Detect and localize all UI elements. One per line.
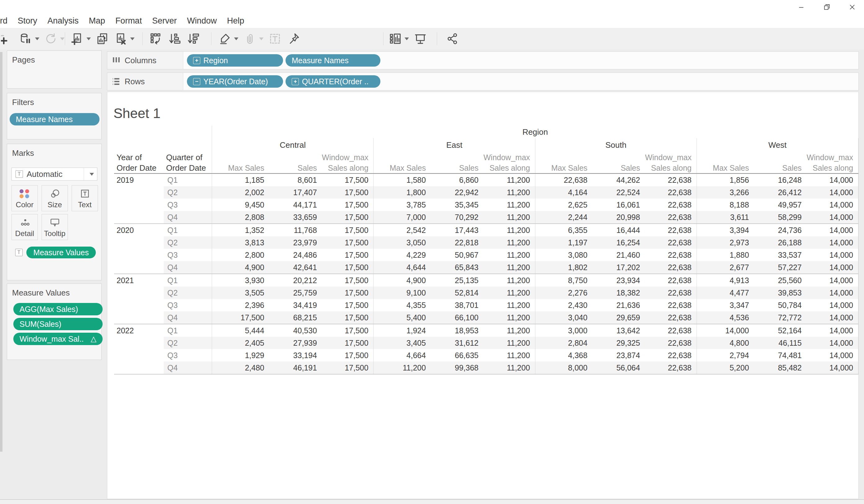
value-cell[interactable]: 26,412 <box>754 186 807 199</box>
quarter-cell[interactable]: Q4 <box>164 311 212 324</box>
duplicate-sheet-icon[interactable] <box>95 32 109 46</box>
value-cell[interactable]: 52,814 <box>431 286 484 299</box>
value-cell[interactable]: 22,524 <box>592 186 645 199</box>
value-cell[interactable]: 33,659 <box>269 211 322 224</box>
value-cell[interactable]: 5,444 <box>212 324 269 337</box>
value-cell[interactable]: 17,500 <box>322 361 374 374</box>
value-cell[interactable]: 3,080 <box>535 249 592 261</box>
measure-header[interactable]: Window_maxSales along .. <box>483 152 535 173</box>
mark-type-caret[interactable] <box>84 168 97 180</box>
value-cell[interactable]: 13,642 <box>592 324 645 337</box>
marks-button-text[interactable]: Text <box>72 185 98 211</box>
menu-item-window[interactable]: Window <box>187 16 217 26</box>
show-hide-cards-caret-icon[interactable] <box>405 37 409 40</box>
value-cell[interactable]: 22,638 <box>645 199 697 211</box>
value-cell[interactable]: 17,500 <box>322 236 374 249</box>
value-cell[interactable]: 2,244 <box>535 211 592 224</box>
marks-button-color[interactable]: Color <box>11 185 38 211</box>
value-cell[interactable]: 31,612 <box>431 337 484 349</box>
value-cell[interactable]: 22,638 <box>645 249 697 261</box>
value-cell[interactable]: 11,200 <box>483 286 535 299</box>
value-cell[interactable]: 26,188 <box>754 236 807 249</box>
value-cell[interactable]: 2,973 <box>697 236 754 249</box>
year-cell[interactable]: 2019 <box>114 173 164 186</box>
value-cell[interactable]: 22,638 <box>645 173 697 186</box>
value-cell[interactable]: 17,500 <box>322 186 374 199</box>
value-cell[interactable]: 1,580 <box>374 173 431 186</box>
value-cell[interactable]: 3,930 <box>212 274 269 286</box>
value-cell[interactable]: 14,000 <box>807 186 859 199</box>
data-pane-scrollbar[interactable] <box>0 52 2 452</box>
value-cell[interactable]: 2,430 <box>535 299 592 311</box>
value-cell[interactable]: 29,325 <box>592 337 645 349</box>
value-cell[interactable]: 4,164 <box>535 186 592 199</box>
quarter-cell[interactable]: Q2 <box>164 286 212 299</box>
value-cell[interactable]: 17,500 <box>322 299 374 311</box>
year-cell[interactable]: 2020 <box>114 224 164 236</box>
value-cell[interactable]: 14,000 <box>807 361 859 374</box>
value-cell[interactable]: 2,542 <box>374 224 431 236</box>
sheet-title[interactable]: Sheet 1 <box>113 106 160 121</box>
value-cell[interactable]: 2,625 <box>535 199 592 211</box>
value-cell[interactable]: 23,979 <box>269 236 322 249</box>
value-cell[interactable]: 2,804 <box>535 337 592 349</box>
value-cell[interactable]: 3,000 <box>535 324 592 337</box>
value-cell[interactable]: 1,185 <box>212 173 269 186</box>
region-header-south[interactable]: South <box>535 138 697 152</box>
value-cell[interactable]: 14,000 <box>807 286 859 299</box>
value-cell[interactable]: 4,664 <box>374 349 431 361</box>
year-cell[interactable] <box>114 199 164 211</box>
new-worksheet-icon[interactable] <box>70 32 84 46</box>
measure-values-pill[interactable]: Window_max Sal..△ <box>13 333 103 345</box>
value-cell[interactable]: 4,900 <box>374 274 431 286</box>
presentation-mode-icon[interactable] <box>413 32 428 46</box>
quarter-cell[interactable]: Q4 <box>164 261 212 274</box>
value-cell[interactable]: 38,701 <box>431 299 484 311</box>
toolbar-button[interactable] <box>95 32 109 46</box>
value-cell[interactable]: 17,500 <box>322 337 374 349</box>
value-cell[interactable]: 1,352 <box>212 224 269 236</box>
year-cell[interactable] <box>114 361 164 374</box>
value-cell[interactable]: 11,768 <box>269 224 322 236</box>
value-cell[interactable]: 70,292 <box>431 211 484 224</box>
clear-sheet-icon[interactable] <box>114 32 128 46</box>
menu-item-help[interactable]: Help <box>227 16 244 26</box>
value-cell[interactable]: 22,638 <box>645 224 697 236</box>
value-cell[interactable]: 44,262 <box>592 173 645 186</box>
quarter-cell[interactable]: Q4 <box>164 211 212 224</box>
value-cell[interactable]: 14,000 <box>697 324 754 337</box>
value-cell[interactable]: 22,638 <box>645 299 697 311</box>
filters-shelf[interactable]: Filters Measure Names <box>7 93 102 139</box>
quarter-cell[interactable]: Q4 <box>164 361 212 374</box>
value-cell[interactable]: 3,611 <box>697 211 754 224</box>
row-header-label[interactable]: Year ofOrder Date <box>114 152 164 173</box>
value-cell[interactable]: 17,500 <box>322 249 374 261</box>
value-cell[interactable]: 50,784 <box>754 299 807 311</box>
year-cell[interactable] <box>114 337 164 349</box>
year-cell[interactable]: 2021 <box>114 274 164 286</box>
clear-sheet-caret-icon[interactable] <box>130 37 134 40</box>
value-cell[interactable]: 2,480 <box>212 361 269 374</box>
menu-item-analysis[interactable]: Analysis <box>47 16 79 26</box>
fix-axes-icon[interactable] <box>286 32 301 46</box>
year-cell[interactable] <box>114 211 164 224</box>
year-cell[interactable] <box>114 186 164 199</box>
value-cell[interactable]: 17,500 <box>212 311 269 324</box>
toolbar-button[interactable] <box>388 32 409 46</box>
columns-pill[interactable]: Measure Names <box>286 54 380 66</box>
year-cell[interactable] <box>114 311 164 324</box>
value-cell[interactable]: 8,188 <box>697 199 754 211</box>
value-cell[interactable]: 1,197 <box>535 236 592 249</box>
menu-item-server[interactable]: Server <box>152 16 177 26</box>
value-cell[interactable]: 22,638 <box>645 349 697 361</box>
year-cell[interactable] <box>114 249 164 261</box>
toolbar-button[interactable] <box>114 32 134 46</box>
value-cell[interactable]: 58,299 <box>754 211 807 224</box>
value-cell[interactable]: 14,000 <box>807 349 859 361</box>
region-header-west[interactable]: West <box>697 138 858 152</box>
value-cell[interactable]: 68,215 <box>269 311 322 324</box>
value-cell[interactable]: 22,638 <box>645 337 697 349</box>
marks-button-size[interactable]: Size <box>41 185 68 211</box>
value-cell[interactable]: 17,407 <box>269 186 322 199</box>
row-header-label[interactable]: Quarter ofOrder Date <box>164 152 212 173</box>
